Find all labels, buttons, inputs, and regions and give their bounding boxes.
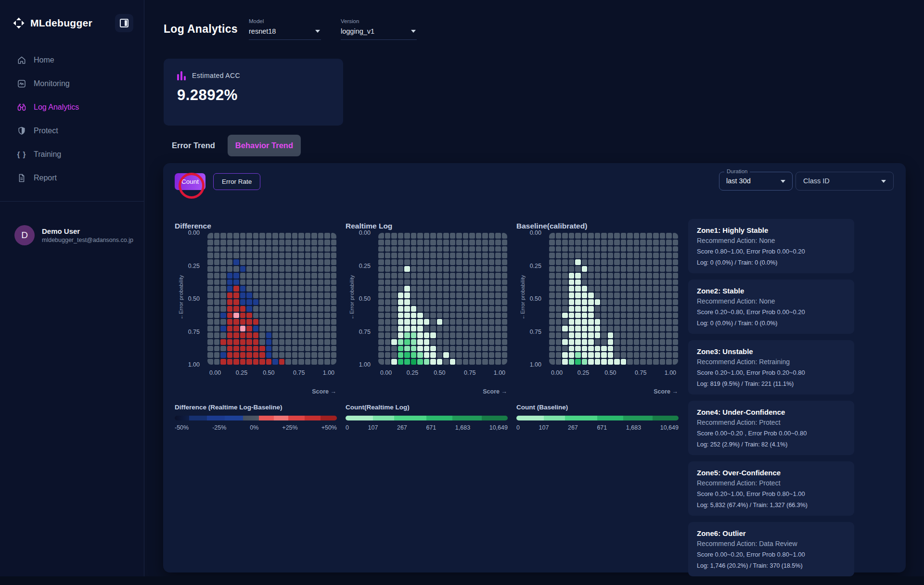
sidebar-nav: Home Monitoring Log Analytics Protect { … — [0, 48, 144, 190]
legend-tick: 0% — [250, 424, 258, 431]
duration-select-value: last 30d — [726, 177, 751, 185]
x-tick: 0.50 — [434, 369, 445, 376]
zone-range: Score 0.00~0.20, Error Prob 0.80~1.00 — [697, 551, 846, 558]
acc-card-label: Estimated ACC — [192, 72, 240, 79]
legend-ticks: 0 107 267 671 1,683 10,649 — [516, 424, 679, 431]
y-tick: 0.25 — [530, 263, 541, 269]
logo-row: MLdebugger — [13, 13, 133, 34]
zone-stats: Log: 0 (0.0%) / Train: 0 (0.0%) — [697, 259, 846, 266]
class-id-select-label: Class ID — [803, 177, 830, 185]
zone-action: Recommend Action: None — [697, 237, 846, 244]
legend-title: Count (Baseline) — [516, 404, 568, 411]
y-tick: 0.50 — [359, 295, 371, 302]
y-tick: 0.75 — [188, 329, 200, 335]
legend-title: Difference (Realtime Log-Baseline) — [175, 404, 282, 411]
legend-tick: 107 — [539, 424, 549, 431]
zone-stats: Log: 1,746 (20.2%) / Train: 370 (18.5%) — [697, 562, 846, 569]
x-tick: 1.00 — [665, 369, 676, 376]
chevron-down-icon — [781, 180, 785, 183]
tab-behavior-trend[interactable]: Behavior Trend — [228, 135, 301, 156]
score-axis-label: Score → — [378, 388, 507, 395]
bottom-strip — [0, 576, 924, 585]
zone-cards: Zone1: Highly Stable Recommend Action: N… — [688, 219, 854, 583]
y-tick: 0.25 — [188, 263, 200, 269]
zone-card-4: Zone4: Under-Confidence Recommend Action… — [688, 401, 854, 455]
zone-range: Score 0.20~1.00, Error Prob 0.20~0.80 — [697, 369, 846, 376]
legend-tick: -25% — [212, 424, 226, 431]
legend-tick: 10,649 — [660, 424, 679, 431]
duration-select[interactable]: Duration last 30d — [719, 172, 793, 191]
x-tick: 0.00 — [551, 369, 563, 376]
version-select-label: Version — [341, 18, 417, 24]
shield-icon — [17, 126, 26, 136]
tab-error-trend[interactable]: Error Trend — [164, 135, 223, 156]
realtime-log-heatmap: Realtime Log ←Error probability 0.00 0.2… — [346, 219, 509, 440]
user-profile[interactable]: D Demo User mldebugger_test@adansons.co.… — [14, 225, 133, 245]
count-color-legend — [346, 416, 508, 420]
zone-action: Recommend Action: Protect — [697, 479, 846, 487]
y-tick: 1.00 — [530, 361, 541, 368]
app-logo-icon — [13, 17, 25, 29]
heatmap-grid — [207, 233, 336, 365]
legend-tick: 1,683 — [455, 424, 470, 431]
zone-range: Score 0.00~0.20 , Error Prob 0.00~0.80 — [697, 430, 846, 437]
sidebar-item-log-analytics[interactable]: Log Analytics — [0, 95, 144, 119]
user-name: Demo User — [42, 227, 133, 235]
acc-card-value: 9.2892% — [177, 87, 330, 104]
sidebar-collapse-button[interactable] — [115, 14, 133, 32]
zone-action: Recommend Action: Retraining — [697, 358, 846, 366]
document-icon — [17, 173, 26, 183]
x-tick: 0.50 — [604, 369, 616, 376]
duration-select-label: Duration — [724, 168, 750, 174]
legend-tick: 10,649 — [489, 424, 508, 431]
y-tick: 0.50 — [188, 295, 200, 302]
zone-card-1: Zone1: Highly Stable Recommend Action: N… — [688, 219, 854, 273]
sidebar-item-protect[interactable]: Protect — [0, 119, 144, 142]
zone-title: Zone1: Highly Stable — [697, 226, 846, 234]
x-tick: 0.00 — [209, 369, 221, 376]
sidebar-item-home[interactable]: Home — [0, 48, 144, 72]
baseline-heatmap: Baseline(calibrated) ←Error probability … — [516, 219, 680, 440]
y-tick: 1.00 — [188, 361, 200, 368]
zone-card-6: Zone6: Outlier Recommend Action: Data Re… — [688, 522, 854, 576]
count-button[interactable]: Count — [175, 173, 205, 190]
y-tick: 1.00 — [359, 361, 371, 368]
estimated-acc-card: Estimated ACC 9.2892% — [164, 59, 343, 126]
sidebar-item-monitoring[interactable]: Monitoring — [0, 72, 144, 95]
class-id-select[interactable]: Class ID — [796, 172, 894, 191]
diverging-color-legend — [175, 416, 337, 420]
sidebar-item-report[interactable]: Report — [0, 166, 144, 190]
legend-tick: +50% — [321, 424, 337, 431]
model-select-label: Model — [249, 18, 321, 24]
x-tick: 1.00 — [323, 369, 334, 376]
legend-ticks: 0 107 267 671 1,683 10,649 — [346, 424, 508, 431]
chart-title: Baseline(calibrated) — [516, 222, 587, 230]
count-color-legend — [516, 416, 679, 420]
zone-title: Zone3: Unstable — [697, 347, 846, 356]
zone-range: Score 0.20~1.00, Error Prob 0.80~1.00 — [697, 490, 846, 497]
zone-title: Zone6: Outlier — [697, 529, 846, 537]
model-select-value: resnet18 — [249, 27, 276, 35]
x-tick: 0.00 — [380, 369, 392, 376]
x-tick: 1.00 — [494, 369, 505, 376]
zone-action: Recommend Action: None — [697, 297, 846, 305]
sidebar-item-label: Training — [34, 150, 61, 159]
zone-card-2: Zone2: Stable Recommend Action: None Sco… — [688, 280, 854, 334]
score-axis-label: Score → — [549, 388, 678, 395]
y-tick: 0.25 — [359, 263, 371, 269]
y-tick: 0.50 — [530, 295, 541, 302]
zone-title: Zone2: Stable — [697, 287, 846, 295]
version-select[interactable]: Version logging_v1 — [341, 18, 417, 40]
difference-heatmap: Difference ←Error probability 0.00 0.25 … — [175, 219, 338, 440]
sidebar-item-training[interactable]: { } Training — [0, 142, 144, 166]
monitoring-icon — [17, 79, 26, 89]
x-tick: 0.25 — [236, 369, 247, 376]
zone-card-5: Zone5: Over-Confidence Recommend Action:… — [688, 461, 854, 516]
error-rate-button[interactable]: Error Rate — [213, 173, 260, 190]
zone-range: Score 0.80~1.00, Error Prob 0.00~0.20 — [697, 248, 846, 255]
sidebar-item-label: Monitoring — [34, 79, 70, 88]
model-select[interactable]: Model resnet18 — [249, 18, 321, 40]
binoculars-icon — [17, 102, 26, 112]
zone-title: Zone5: Over-Confidence — [697, 469, 846, 477]
y-tick: 0.00 — [359, 229, 371, 236]
